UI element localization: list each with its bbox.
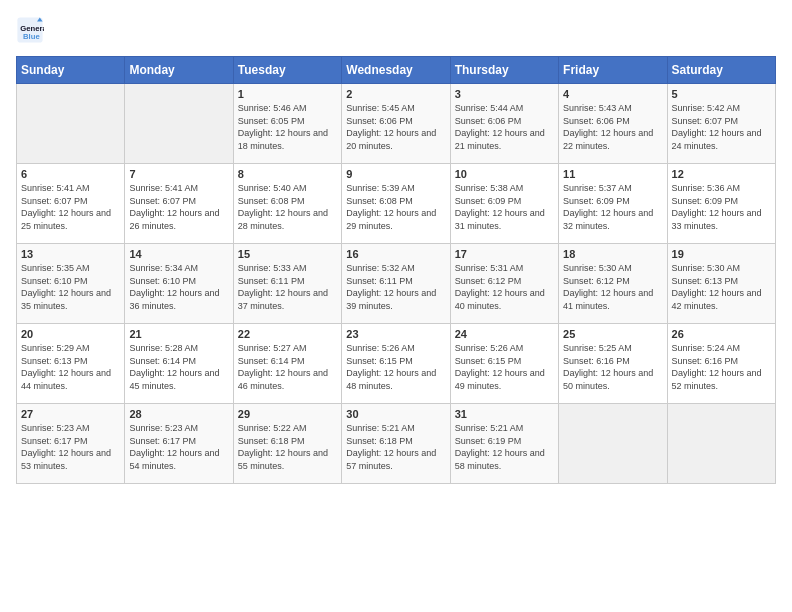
day-info: Sunrise: 5:44 AM Sunset: 6:06 PM Dayligh… (455, 102, 554, 152)
header-friday: Friday (559, 57, 667, 84)
svg-text:Blue: Blue (23, 32, 40, 41)
calendar-cell (667, 404, 775, 484)
week-row-2: 6Sunrise: 5:41 AM Sunset: 6:07 PM Daylig… (17, 164, 776, 244)
calendar-cell: 19Sunrise: 5:30 AM Sunset: 6:13 PM Dayli… (667, 244, 775, 324)
header-monday: Monday (125, 57, 233, 84)
day-number: 25 (563, 328, 662, 340)
day-info: Sunrise: 5:21 AM Sunset: 6:19 PM Dayligh… (455, 422, 554, 472)
calendar-cell: 17Sunrise: 5:31 AM Sunset: 6:12 PM Dayli… (450, 244, 558, 324)
calendar-cell: 1Sunrise: 5:46 AM Sunset: 6:05 PM Daylig… (233, 84, 341, 164)
day-number: 20 (21, 328, 120, 340)
day-info: Sunrise: 5:28 AM Sunset: 6:14 PM Dayligh… (129, 342, 228, 392)
calendar-cell: 14Sunrise: 5:34 AM Sunset: 6:10 PM Dayli… (125, 244, 233, 324)
day-number: 22 (238, 328, 337, 340)
day-number: 23 (346, 328, 445, 340)
calendar-cell: 30Sunrise: 5:21 AM Sunset: 6:18 PM Dayli… (342, 404, 450, 484)
calendar-cell: 4Sunrise: 5:43 AM Sunset: 6:06 PM Daylig… (559, 84, 667, 164)
day-info: Sunrise: 5:41 AM Sunset: 6:07 PM Dayligh… (21, 182, 120, 232)
day-info: Sunrise: 5:26 AM Sunset: 6:15 PM Dayligh… (346, 342, 445, 392)
calendar-cell: 10Sunrise: 5:38 AM Sunset: 6:09 PM Dayli… (450, 164, 558, 244)
calendar-cell: 28Sunrise: 5:23 AM Sunset: 6:17 PM Dayli… (125, 404, 233, 484)
calendar-cell: 18Sunrise: 5:30 AM Sunset: 6:12 PM Dayli… (559, 244, 667, 324)
calendar-cell: 20Sunrise: 5:29 AM Sunset: 6:13 PM Dayli… (17, 324, 125, 404)
calendar-cell: 2Sunrise: 5:45 AM Sunset: 6:06 PM Daylig… (342, 84, 450, 164)
day-info: Sunrise: 5:39 AM Sunset: 6:08 PM Dayligh… (346, 182, 445, 232)
calendar-cell: 16Sunrise: 5:32 AM Sunset: 6:11 PM Dayli… (342, 244, 450, 324)
day-number: 7 (129, 168, 228, 180)
day-info: Sunrise: 5:33 AM Sunset: 6:11 PM Dayligh… (238, 262, 337, 312)
day-info: Sunrise: 5:31 AM Sunset: 6:12 PM Dayligh… (455, 262, 554, 312)
day-info: Sunrise: 5:23 AM Sunset: 6:17 PM Dayligh… (129, 422, 228, 472)
day-number: 26 (672, 328, 771, 340)
day-number: 5 (672, 88, 771, 100)
header-saturday: Saturday (667, 57, 775, 84)
day-number: 31 (455, 408, 554, 420)
day-info: Sunrise: 5:41 AM Sunset: 6:07 PM Dayligh… (129, 182, 228, 232)
week-row-4: 20Sunrise: 5:29 AM Sunset: 6:13 PM Dayli… (17, 324, 776, 404)
day-number: 24 (455, 328, 554, 340)
calendar-cell: 11Sunrise: 5:37 AM Sunset: 6:09 PM Dayli… (559, 164, 667, 244)
day-info: Sunrise: 5:25 AM Sunset: 6:16 PM Dayligh… (563, 342, 662, 392)
calendar-cell: 12Sunrise: 5:36 AM Sunset: 6:09 PM Dayli… (667, 164, 775, 244)
header-wednesday: Wednesday (342, 57, 450, 84)
calendar-cell: 13Sunrise: 5:35 AM Sunset: 6:10 PM Dayli… (17, 244, 125, 324)
day-info: Sunrise: 5:30 AM Sunset: 6:12 PM Dayligh… (563, 262, 662, 312)
day-number: 4 (563, 88, 662, 100)
day-number: 2 (346, 88, 445, 100)
calendar-cell (559, 404, 667, 484)
day-number: 11 (563, 168, 662, 180)
calendar-cell: 24Sunrise: 5:26 AM Sunset: 6:15 PM Dayli… (450, 324, 558, 404)
week-row-5: 27Sunrise: 5:23 AM Sunset: 6:17 PM Dayli… (17, 404, 776, 484)
calendar-cell: 29Sunrise: 5:22 AM Sunset: 6:18 PM Dayli… (233, 404, 341, 484)
day-number: 10 (455, 168, 554, 180)
day-info: Sunrise: 5:27 AM Sunset: 6:14 PM Dayligh… (238, 342, 337, 392)
day-info: Sunrise: 5:45 AM Sunset: 6:06 PM Dayligh… (346, 102, 445, 152)
calendar-cell: 15Sunrise: 5:33 AM Sunset: 6:11 PM Dayli… (233, 244, 341, 324)
calendar-cell: 25Sunrise: 5:25 AM Sunset: 6:16 PM Dayli… (559, 324, 667, 404)
calendar-cell: 21Sunrise: 5:28 AM Sunset: 6:14 PM Dayli… (125, 324, 233, 404)
day-number: 13 (21, 248, 120, 260)
logo: General Blue (16, 16, 48, 44)
day-info: Sunrise: 5:46 AM Sunset: 6:05 PM Dayligh… (238, 102, 337, 152)
day-info: Sunrise: 5:29 AM Sunset: 6:13 PM Dayligh… (21, 342, 120, 392)
day-info: Sunrise: 5:34 AM Sunset: 6:10 PM Dayligh… (129, 262, 228, 312)
calendar-cell: 5Sunrise: 5:42 AM Sunset: 6:07 PM Daylig… (667, 84, 775, 164)
calendar-cell: 31Sunrise: 5:21 AM Sunset: 6:19 PM Dayli… (450, 404, 558, 484)
day-info: Sunrise: 5:32 AM Sunset: 6:11 PM Dayligh… (346, 262, 445, 312)
day-info: Sunrise: 5:23 AM Sunset: 6:17 PM Dayligh… (21, 422, 120, 472)
day-number: 15 (238, 248, 337, 260)
week-row-3: 13Sunrise: 5:35 AM Sunset: 6:10 PM Dayli… (17, 244, 776, 324)
day-info: Sunrise: 5:30 AM Sunset: 6:13 PM Dayligh… (672, 262, 771, 312)
calendar-cell (17, 84, 125, 164)
calendar-cell: 6Sunrise: 5:41 AM Sunset: 6:07 PM Daylig… (17, 164, 125, 244)
day-number: 3 (455, 88, 554, 100)
day-number: 12 (672, 168, 771, 180)
calendar-cell: 8Sunrise: 5:40 AM Sunset: 6:08 PM Daylig… (233, 164, 341, 244)
day-number: 8 (238, 168, 337, 180)
day-number: 27 (21, 408, 120, 420)
calendar-cell: 3Sunrise: 5:44 AM Sunset: 6:06 PM Daylig… (450, 84, 558, 164)
day-info: Sunrise: 5:42 AM Sunset: 6:07 PM Dayligh… (672, 102, 771, 152)
day-info: Sunrise: 5:37 AM Sunset: 6:09 PM Dayligh… (563, 182, 662, 232)
page-header: General Blue (16, 16, 776, 44)
calendar-cell: 27Sunrise: 5:23 AM Sunset: 6:17 PM Dayli… (17, 404, 125, 484)
day-info: Sunrise: 5:24 AM Sunset: 6:16 PM Dayligh… (672, 342, 771, 392)
day-number: 30 (346, 408, 445, 420)
logo-icon: General Blue (16, 16, 44, 44)
calendar-cell: 22Sunrise: 5:27 AM Sunset: 6:14 PM Dayli… (233, 324, 341, 404)
day-number: 1 (238, 88, 337, 100)
calendar-table: SundayMondayTuesdayWednesdayThursdayFrid… (16, 56, 776, 484)
day-number: 9 (346, 168, 445, 180)
day-info: Sunrise: 5:35 AM Sunset: 6:10 PM Dayligh… (21, 262, 120, 312)
day-number: 6 (21, 168, 120, 180)
week-row-1: 1Sunrise: 5:46 AM Sunset: 6:05 PM Daylig… (17, 84, 776, 164)
calendar-cell (125, 84, 233, 164)
day-number: 28 (129, 408, 228, 420)
day-info: Sunrise: 5:43 AM Sunset: 6:06 PM Dayligh… (563, 102, 662, 152)
calendar-cell: 7Sunrise: 5:41 AM Sunset: 6:07 PM Daylig… (125, 164, 233, 244)
header-thursday: Thursday (450, 57, 558, 84)
calendar-cell: 9Sunrise: 5:39 AM Sunset: 6:08 PM Daylig… (342, 164, 450, 244)
day-number: 19 (672, 248, 771, 260)
day-info: Sunrise: 5:21 AM Sunset: 6:18 PM Dayligh… (346, 422, 445, 472)
header-sunday: Sunday (17, 57, 125, 84)
